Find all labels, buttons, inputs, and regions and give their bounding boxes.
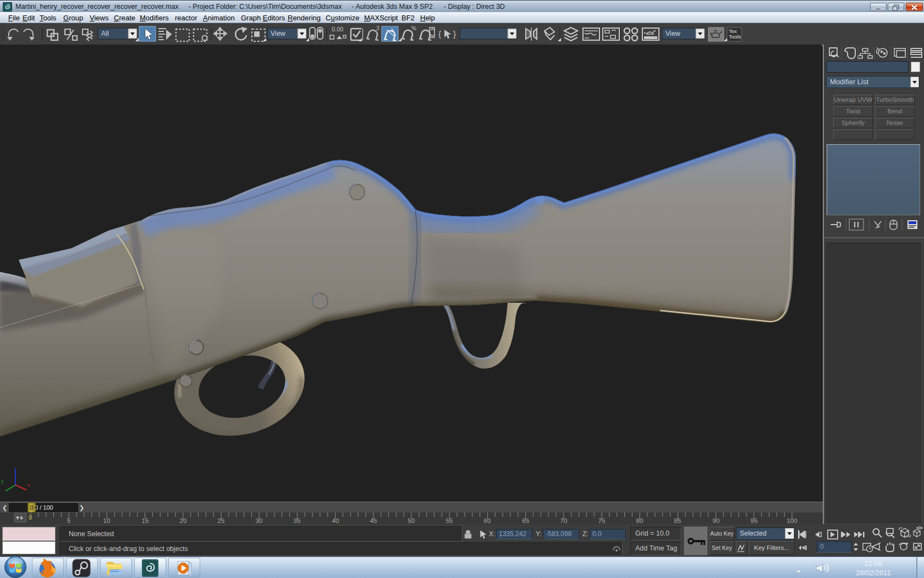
svg-text:0.00: 0.00 xyxy=(332,26,343,32)
svg-text:All: All xyxy=(101,30,109,37)
svg-text:{: { xyxy=(438,29,441,39)
svg-text:55: 55 xyxy=(446,517,453,524)
svg-text:3: 3 xyxy=(376,25,380,31)
svg-text:30: 30 xyxy=(256,517,263,524)
svg-text:}: } xyxy=(453,29,456,39)
svg-text:50: 50 xyxy=(408,517,415,524)
svg-text:View: View xyxy=(271,30,286,37)
svg-text:35: 35 xyxy=(294,517,301,524)
svg-text:100: 100 xyxy=(787,517,797,524)
svg-text:60: 60 xyxy=(484,517,491,524)
svg-text:70: 70 xyxy=(560,517,568,524)
svg-text:20: 20 xyxy=(180,517,187,524)
svg-text:10: 10 xyxy=(103,517,111,524)
svg-text:15: 15 xyxy=(142,517,149,524)
svg-text:x: x xyxy=(28,482,30,488)
svg-text:5: 5 xyxy=(67,517,70,524)
svg-text:y: y xyxy=(1,478,4,484)
svg-text:80: 80 xyxy=(636,517,644,524)
svg-text:90: 90 xyxy=(713,517,720,524)
svg-text:85: 85 xyxy=(674,517,681,524)
svg-text:45: 45 xyxy=(370,517,377,524)
svg-text:%: % xyxy=(411,25,416,31)
svg-text:65: 65 xyxy=(522,517,530,524)
svg-text:75: 75 xyxy=(598,517,606,524)
svg-text:95: 95 xyxy=(751,517,758,524)
svg-text:View: View xyxy=(666,30,681,37)
svg-text:25: 25 xyxy=(218,517,225,524)
svg-text:40: 40 xyxy=(332,517,339,524)
svg-text:Tools: Tools xyxy=(729,34,741,40)
